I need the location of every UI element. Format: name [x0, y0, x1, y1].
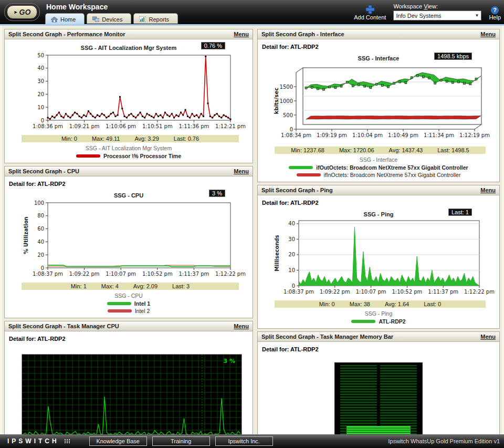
tab-reports-label: Reports	[149, 16, 169, 23]
go-button-frame: ►GO	[4, 3, 40, 21]
status-bar: IPSWITCH Knowledge Base Training Ipswitc…	[0, 434, 504, 448]
panel-title: Split Second Graph - Performance Monitor	[8, 31, 125, 37]
help-label: Help	[489, 14, 501, 20]
svg-text:1:10:52 pm: 1:10:52 pm	[392, 289, 422, 295]
workspace-content: Split Second Graph - Performance Monitor…	[0, 26, 504, 448]
panel-title: Split Second Graph - Ping	[261, 187, 333, 193]
right-column: Split Second Graph - Interface Menu Deta…	[257, 29, 500, 448]
svg-text:30: 30	[37, 78, 44, 84]
svg-text:1:10:52 pm: 1:10:52 pm	[142, 271, 173, 277]
svg-text:1:08:37 pm: 1:08:37 pm	[284, 289, 314, 295]
stats-bar: Min: 1 Max: 4 Avg: 2.09 Last: 3	[22, 283, 239, 290]
svg-text:1:10:07 pm: 1:10:07 pm	[106, 271, 136, 277]
detail-for-device: Detail for: ATL-RDP2	[6, 178, 251, 189]
svg-text:1:12:19 pm: 1:12:19 pm	[459, 132, 490, 138]
knowledge-base-button[interactable]: Knowledge Base	[89, 436, 147, 446]
top-bar: ►GO Home Workspace Home Devices Reports …	[0, 0, 504, 24]
svg-text:1:09:22 pm: 1:09:22 pm	[69, 271, 100, 277]
panel-performance-monitor: Split Second Graph - Performance Monitor…	[4, 29, 253, 163]
svg-text:1:09:19 pm: 1:09:19 pm	[317, 132, 347, 138]
add-content-label: Add Content	[354, 14, 386, 20]
svg-text:1000: 1000	[280, 98, 293, 104]
svg-text:1:08:36 pm: 1:08:36 pm	[33, 123, 63, 129]
workspace-view-label: Workspace View:	[393, 3, 481, 9]
workspace-view-dropdown[interactable]: Info Dev Systems ▼	[393, 11, 481, 20]
svg-text:20: 20	[37, 252, 44, 258]
chart-legend: SSG - Interface ifOutOctets: Broadcom Ne…	[259, 157, 498, 179]
svg-text:100: 100	[34, 200, 44, 206]
panel-task-manager-cpu: Split Second Graph - Task Manager CPU Me…	[4, 321, 253, 448]
detail-for-device: Detail for: ATL-RDP2	[259, 197, 498, 207]
chart-title: SSG - CPU	[114, 192, 143, 199]
plus-icon	[365, 5, 375, 14]
tab-home[interactable]: Home	[45, 13, 85, 24]
tab-home-label: Home	[60, 16, 76, 23]
devices-icon	[92, 16, 99, 22]
stats-bar: Min: 0 Max: 38 Avg: 1.64 Last: 0	[275, 300, 486, 308]
interface-chart: 050010001500kbits/sec1:08:34 pm1:09:19 p…	[259, 61, 499, 145]
workspace-view: Workspace View: Info Dev Systems ▼	[393, 3, 481, 20]
current-value-badge: 0.76 %	[201, 42, 225, 49]
panel-title: Split Second Graph - Interface	[261, 31, 344, 37]
menu-link[interactable]: Menu	[480, 31, 496, 37]
menu-link[interactable]: Menu	[480, 334, 496, 340]
chart-legend: SSG - AIT Localization Mgr System Proces…	[6, 145, 251, 160]
menu-link[interactable]: Menu	[234, 323, 249, 329]
panel-cpu: Split Second Graph - CPU Menu Detail for…	[4, 166, 253, 318]
panel-ping: Split Second Graph - Ping Menu Detail fo…	[257, 185, 500, 329]
svg-text:1:11:34 pm: 1:11:34 pm	[424, 132, 454, 138]
current-value-badge: Last: 1	[448, 209, 472, 216]
svg-text:1:10:49 pm: 1:10:49 pm	[388, 132, 418, 138]
legend-swatch	[297, 173, 321, 176]
add-content-button[interactable]: Add Content	[354, 5, 386, 20]
help-icon: ?	[491, 6, 499, 14]
svg-text:1:09:21 pm: 1:09:21 pm	[69, 123, 100, 129]
tab-reports[interactable]: Reports	[133, 13, 178, 24]
tab-devices[interactable]: Devices	[87, 13, 131, 24]
chevron-down-icon: ▼	[475, 13, 479, 18]
current-value-badge: 1498.5 kbps	[434, 53, 472, 60]
topbar-actions: Add Content Workspace View: Info Dev Sys…	[354, 1, 501, 22]
svg-text:1:10:07 pm: 1:10:07 pm	[356, 289, 386, 295]
svg-text:10: 10	[288, 267, 295, 273]
svg-text:1:11:37 pm: 1:11:37 pm	[178, 271, 209, 277]
svg-text:1:10:04 pm: 1:10:04 pm	[352, 132, 383, 138]
svg-text:1:11:37 pm: 1:11:37 pm	[428, 289, 458, 295]
svg-text:0: 0	[41, 118, 44, 123]
reports-icon	[139, 16, 146, 22]
page-title: Home Workspace	[46, 3, 108, 11]
edition-label: Ipswitch WhatsUp Gold Premium Edition v1	[388, 438, 500, 444]
training-button[interactable]: Training	[152, 436, 210, 446]
menu-link[interactable]: Menu	[480, 187, 496, 193]
go-button[interactable]: ►GO	[7, 5, 37, 19]
svg-text:Milliseconds: Milliseconds	[274, 235, 280, 271]
svg-text:1500: 1500	[280, 84, 293, 90]
menu-link[interactable]: Menu	[234, 168, 249, 174]
perfmon-chart: 010203040501:08:36 pm1:09:21 pm1:10:06 p…	[6, 51, 247, 134]
panel-title: Split Second Graph - Task Manager Memory…	[261, 334, 393, 340]
svg-text:40: 40	[37, 239, 44, 245]
go-button-label: GO	[19, 8, 31, 16]
svg-text:1:08:37 pm: 1:08:37 pm	[33, 271, 63, 277]
panel-task-manager-memory: Split Second Graph - Task Manager Memory…	[257, 331, 500, 448]
ipswitch-inc-button[interactable]: Ipswitch Inc.	[215, 436, 273, 446]
menu-link[interactable]: Menu	[234, 31, 249, 37]
svg-text:1:10:51 pm: 1:10:51 pm	[142, 123, 173, 129]
legend-swatch	[351, 320, 375, 323]
svg-text:1:11:36 pm: 1:11:36 pm	[178, 123, 209, 129]
chart-legend: SSG - CPU Intel 1 Intel 2	[6, 293, 251, 315]
svg-text:% Utilization: % Utilization	[23, 216, 29, 254]
svg-text:40: 40	[288, 221, 295, 226]
svg-text:0: 0	[290, 127, 293, 132]
legend-swatch	[76, 154, 100, 158]
svg-text:500: 500	[283, 112, 293, 118]
svg-text:30: 30	[288, 236, 295, 242]
dots-decoration	[65, 439, 70, 443]
legend-swatch	[108, 309, 132, 312]
help-button[interactable]: ? Help	[489, 6, 501, 20]
svg-text:1:08:34 pm: 1:08:34 pm	[281, 132, 311, 138]
svg-text:0: 0	[41, 265, 44, 271]
cpu-chart: 020406080100% Utilization1:08:37 pm1:09:…	[6, 199, 247, 282]
svg-text:40: 40	[37, 65, 44, 71]
svg-text:1:09:22 pm: 1:09:22 pm	[320, 289, 350, 295]
